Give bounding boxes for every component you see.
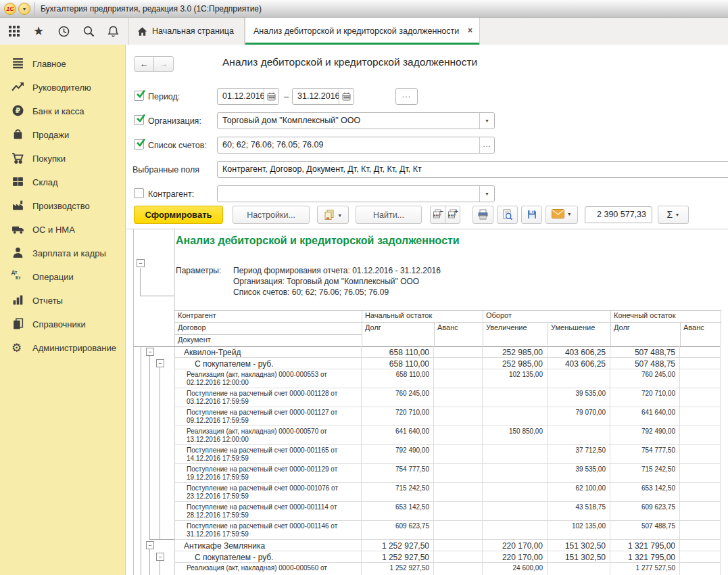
collapse-group-icon[interactable]: − xyxy=(146,541,154,549)
row-name[interactable]: Поступление на расчетный счет 0000-00111… xyxy=(174,502,362,520)
row-cell[interactable]: 43 518,75 xyxy=(548,502,610,520)
sidebar-item-spravochniki[interactable]: Справочники xyxy=(0,316,126,336)
period-more-button[interactable]: ... xyxy=(395,88,418,105)
sidebar-item-prodazhi[interactable]: Продажи xyxy=(0,127,126,147)
row-cell[interactable]: 609 623,75 xyxy=(362,521,434,539)
row-cell[interactable]: 150 850,00 xyxy=(483,426,548,444)
chevron-down-icon[interactable]: ▼ xyxy=(479,186,494,202)
print-button[interactable] xyxy=(472,206,493,224)
row-cell[interactable] xyxy=(548,563,610,575)
row-cell[interactable]: 252 985,00 xyxy=(483,346,548,357)
row-cell[interactable] xyxy=(483,464,548,482)
row-cell[interactable]: 252 985,00 xyxy=(483,358,548,369)
sidebar-item-pokupki[interactable]: Покупки xyxy=(0,150,126,170)
row-cell[interactable]: 102 135,00 xyxy=(483,369,548,388)
find-button[interactable]: Найти... xyxy=(356,206,422,224)
row-cell[interactable] xyxy=(434,346,483,357)
ellipsis-icon[interactable]: ... xyxy=(479,137,494,153)
counterparty-checkbox[interactable] xyxy=(134,188,144,198)
preview-button[interactable] xyxy=(497,206,518,224)
row-cell[interactable]: 24 600,00 xyxy=(483,563,548,575)
row-cell[interactable] xyxy=(434,369,483,388)
row-cell[interactable] xyxy=(680,540,721,551)
row-cell[interactable] xyxy=(483,502,548,520)
row-cell[interactable] xyxy=(680,358,721,369)
row-cell[interactable] xyxy=(434,358,483,369)
row-cell[interactable]: 1 321 795,00 xyxy=(610,551,680,562)
row-cell[interactable]: 102 135,00 xyxy=(548,521,610,539)
tab-home[interactable]: Начальная страница xyxy=(128,18,245,45)
row-cell[interactable] xyxy=(434,540,483,551)
row-cell[interactable] xyxy=(434,388,483,407)
row-name[interactable]: Реализация (акт, накладная) 0000-000553 … xyxy=(174,369,362,388)
sidebar-item-operacii[interactable]: ДтКт Операции xyxy=(0,269,126,289)
sidebar-item-os-i-nma[interactable]: ОС и НМА xyxy=(0,221,126,242)
row-name[interactable]: Поступление на расчетный счет 0000-00107… xyxy=(174,483,362,501)
history-clock-icon[interactable] xyxy=(55,23,72,41)
row-cell[interactable] xyxy=(434,464,483,482)
row-cell[interactable]: 79 070,00 xyxy=(548,407,610,426)
row-cell[interactable] xyxy=(680,407,721,426)
row-cell[interactable]: 609 623,75 xyxy=(610,502,680,520)
sidebar-item-glavnoe[interactable]: Главное xyxy=(0,55,126,76)
row-cell[interactable] xyxy=(680,464,721,482)
row-cell[interactable]: 220 170,00 xyxy=(483,551,548,562)
row-cell[interactable] xyxy=(680,426,721,444)
row-name[interactable]: Поступление на расчетный счет 0000-00112… xyxy=(174,407,362,426)
favorites-star-icon[interactable]: ★ xyxy=(30,23,47,41)
autosum-field[interactable]: 2 390 577,33 xyxy=(585,206,652,223)
row-cell[interactable]: 792 490,00 xyxy=(362,445,434,463)
row-cell[interactable] xyxy=(434,445,483,463)
row-cell[interactable] xyxy=(680,483,721,501)
row-name[interactable]: Аквилон-Трейд xyxy=(174,346,362,357)
row-cell[interactable] xyxy=(434,521,483,539)
search-icon[interactable] xyxy=(80,23,97,41)
row-cell[interactable]: 1 252 927,50 xyxy=(362,563,434,575)
accounts-checkbox[interactable] xyxy=(134,139,144,150)
row-cell[interactable] xyxy=(483,407,548,426)
row-cell[interactable]: 653 142,50 xyxy=(362,502,434,520)
row-cell[interactable]: 720 710,00 xyxy=(362,407,434,426)
row-cell[interactable]: 658 110,00 xyxy=(362,346,434,357)
selected-fields-input[interactable]: Контрагент, Договор, Документ, Дт, Кт, Д… xyxy=(217,161,728,178)
organization-checkbox[interactable] xyxy=(134,115,144,125)
row-name[interactable]: С покупателем - руб. xyxy=(174,551,362,562)
row-cell[interactable]: 754 777,50 xyxy=(362,464,434,482)
notifications-bell-icon[interactable] xyxy=(104,23,122,41)
row-cell[interactable] xyxy=(680,346,721,357)
sidebar-item-proizvodstvo[interactable]: Производство xyxy=(0,198,126,218)
row-cell[interactable] xyxy=(434,426,483,444)
row-cell[interactable]: 1 252 927,50 xyxy=(362,551,434,562)
organization-select[interactable]: Торговый дом "Комплексный" ООО ▼ xyxy=(217,112,495,129)
row-cell[interactable]: 653 142,50 xyxy=(610,483,680,501)
row-cell[interactable]: 760 245,00 xyxy=(362,388,434,407)
row-cell[interactable] xyxy=(483,445,548,463)
row-cell[interactable]: 720 710,00 xyxy=(610,388,680,407)
row-name[interactable]: Поступление на расчетный счет 0000-00112… xyxy=(174,388,362,407)
row-cell[interactable]: 507 488,75 xyxy=(610,521,680,539)
sidebar-item-otchety[interactable]: Отчеты xyxy=(0,292,126,313)
row-cell[interactable]: 1 252 927,50 xyxy=(362,540,434,551)
row-cell[interactable] xyxy=(483,483,548,501)
row-cell[interactable] xyxy=(483,388,548,407)
row-cell[interactable]: 403 606,25 xyxy=(548,346,610,357)
collapse-group-icon[interactable]: − xyxy=(156,553,164,561)
period-checkbox[interactable] xyxy=(134,91,144,101)
row-cell[interactable] xyxy=(680,445,721,463)
collapse-groups-button[interactable]: авс− xyxy=(430,206,445,224)
row-cell[interactable] xyxy=(434,563,483,575)
forward-button[interactable]: → xyxy=(153,56,174,72)
row-cell[interactable]: 658 110,00 xyxy=(362,369,434,388)
close-tab-icon[interactable]: × xyxy=(468,26,472,35)
apps-grid-icon[interactable] xyxy=(5,23,23,41)
row-cell[interactable]: 37 712,50 xyxy=(548,445,610,463)
row-cell[interactable]: 507 488,75 xyxy=(610,358,680,369)
row-cell[interactable] xyxy=(434,407,483,426)
save-button[interactable] xyxy=(521,206,542,224)
row-cell[interactable]: 641 640,00 xyxy=(362,426,434,444)
tab-active-report[interactable]: Анализ дебиторской и кредиторской задолж… xyxy=(245,18,480,45)
send-mail-button[interactable]: ▼ xyxy=(545,206,578,224)
sidebar-item-zarplata-i-kadry[interactable]: Зарплата и кадры xyxy=(0,245,126,265)
row-name[interactable]: Антикафе Земляника xyxy=(174,540,362,551)
row-cell[interactable]: 39 535,00 xyxy=(548,388,610,407)
